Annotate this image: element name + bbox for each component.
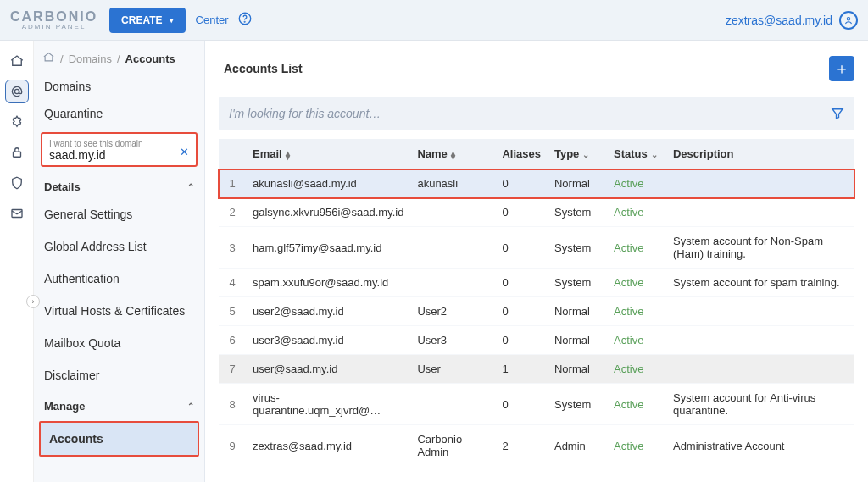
rail-lock[interactable]	[5, 141, 29, 164]
app-header: CARBONIO ADMIN PANEL CREATE ▾ Center zex…	[0, 0, 868, 41]
icon-rail: ›	[0, 41, 34, 482]
row-status: Active	[607, 355, 666, 384]
domain-filter-label: I want to see this domain	[49, 139, 189, 148]
row-email: akunasli@saad.my.id	[246, 169, 410, 198]
search-input[interactable]	[229, 107, 826, 120]
row-aliases: 0	[495, 269, 548, 297]
table-row[interactable]: 4spam.xxufu9or@saad.my.id0SystemActiveSy…	[219, 269, 854, 297]
col-email[interactable]: Email▴▾	[246, 139, 410, 169]
row-type: System	[548, 198, 607, 227]
page-title: Accounts List	[224, 62, 303, 75]
row-index: 9	[219, 425, 246, 467]
breadcrumb-current: Accounts	[125, 53, 175, 65]
help-icon[interactable]	[237, 11, 253, 29]
sidebar-general-settings[interactable]: General Settings	[34, 198, 204, 230]
chevron-down-icon: ⌄	[582, 150, 589, 159]
sidebar-virtual-hosts[interactable]: Virtual Hosts & Certificates	[34, 295, 204, 327]
row-email: zextras@saad.my.id	[246, 425, 410, 467]
row-email: virus-quarantine.uqm_xjvrd@…	[246, 384, 410, 425]
create-button[interactable]: CREATE ▾	[109, 8, 185, 33]
row-index: 1	[219, 169, 246, 198]
row-index: 5	[219, 297, 246, 326]
table-row[interactable]: 9zextras@saad.my.idCarbonio Admin2AdminA…	[219, 425, 854, 467]
chevron-up-icon: ⌃	[187, 402, 194, 411]
svg-point-2	[847, 17, 850, 20]
row-email: user2@saad.my.id	[246, 297, 410, 326]
sidebar-authentication[interactable]: Authentication	[34, 263, 204, 295]
row-aliases: 1	[495, 355, 548, 384]
table-row[interactable]: 7user@saad.my.idUser1NormalActive	[219, 355, 854, 384]
row-type: System	[548, 269, 607, 297]
row-email: ham.glf57imy@saad.my.id	[246, 227, 410, 269]
rail-extension[interactable]	[5, 110, 29, 134]
row-name	[410, 198, 495, 227]
row-name	[410, 269, 495, 297]
row-status: Active	[607, 169, 666, 198]
row-status: Active	[607, 227, 666, 269]
row-description	[666, 355, 854, 384]
center-link[interactable]: Center	[196, 14, 229, 26]
row-aliases: 0	[495, 384, 548, 425]
col-aliases[interactable]: Aliases	[495, 139, 548, 169]
col-description[interactable]: Description	[666, 139, 854, 169]
table-row[interactable]: 5user2@saad.my.idUser20NormalActive	[219, 297, 854, 326]
rail-mail[interactable]	[5, 202, 29, 225]
table-row[interactable]: 2galsync.xkvru956i@saad.my.id0SystemActi…	[219, 198, 854, 227]
search-bar	[219, 97, 854, 130]
sort-icon: ▴▾	[286, 151, 290, 159]
row-aliases: 2	[495, 425, 548, 467]
chevron-down-icon: ▾	[170, 16, 174, 25]
sidebar-gal[interactable]: Global Address List	[34, 230, 204, 263]
sidebar-quarantine[interactable]: Quarantine	[34, 100, 204, 127]
col-status[interactable]: Status⌄	[607, 139, 666, 169]
row-email: user@saad.my.id	[246, 355, 410, 384]
row-status: Active	[607, 384, 666, 425]
domain-filter-box[interactable]: I want to see this domain saad.my.id ✕	[41, 132, 198, 167]
sidebar-domains[interactable]: Domains	[34, 73, 204, 100]
table-row[interactable]: 3ham.glf57imy@saad.my.id0SystemActiveSys…	[219, 227, 854, 269]
row-email: user3@saad.my.id	[246, 326, 410, 355]
add-account-button[interactable]: ＋	[829, 56, 854, 81]
row-status: Active	[607, 326, 666, 355]
table-row[interactable]: 8virus-quarantine.uqm_xjvrd@…0SystemActi…	[219, 384, 854, 425]
row-status: Active	[607, 425, 666, 467]
sidebar-details-header[interactable]: Details ⌃	[34, 172, 204, 198]
row-index: 8	[219, 384, 246, 425]
sidebar-mailbox-quota[interactable]: Mailbox Quota	[34, 327, 204, 359]
breadcrumb-home-icon[interactable]	[42, 51, 55, 66]
row-type: Normal	[548, 297, 607, 326]
row-type: System	[548, 227, 607, 269]
sidebar: / Domains / Accounts Domains Quarantine …	[34, 41, 205, 482]
sidebar-manage-header[interactable]: Manage ⌃	[34, 391, 204, 418]
user-email[interactable]: zextras@saad.my.id	[726, 14, 832, 27]
sidebar-disclaimer[interactable]: Disclaimer	[34, 359, 204, 391]
main-content: Accounts List ＋ Email▴▾ Name▴▾ Aliases T…	[205, 41, 868, 482]
table-row[interactable]: 1akunasli@saad.my.idakunasli0NormalActiv…	[219, 169, 854, 198]
domain-filter-value: saad.my.id	[49, 148, 189, 162]
col-type[interactable]: Type⌄	[548, 139, 607, 169]
row-type: Normal	[548, 355, 607, 384]
col-name[interactable]: Name▴▾	[410, 139, 495, 169]
filter-icon[interactable]	[826, 102, 849, 125]
table-row[interactable]: 6user3@saad.my.idUser30NormalActive	[219, 326, 854, 355]
sidebar-accounts[interactable]: Accounts	[39, 421, 199, 457]
row-name: User	[410, 355, 495, 384]
row-email: galsync.xkvru956i@saad.my.id	[246, 198, 410, 227]
close-icon[interactable]: ✕	[180, 146, 189, 158]
rail-at[interactable]	[5, 80, 29, 103]
row-status: Active	[607, 297, 666, 326]
avatar[interactable]	[839, 11, 858, 30]
row-aliases: 0	[495, 297, 548, 326]
row-type: Admin	[548, 425, 607, 467]
logo-sub: ADMIN PANEL	[22, 23, 86, 30]
row-aliases: 0	[495, 326, 548, 355]
rail-shield[interactable]	[5, 171, 29, 195]
breadcrumb: / Domains / Accounts	[34, 47, 204, 73]
breadcrumb-domains[interactable]: Domains	[69, 53, 112, 65]
rail-home[interactable]	[5, 49, 29, 73]
row-email: spam.xxufu9or@saad.my.id	[246, 269, 410, 297]
rail-expand-icon[interactable]: ›	[26, 295, 40, 308]
row-name: User3	[410, 326, 495, 355]
row-description	[666, 198, 854, 227]
svg-rect-4	[13, 152, 20, 157]
